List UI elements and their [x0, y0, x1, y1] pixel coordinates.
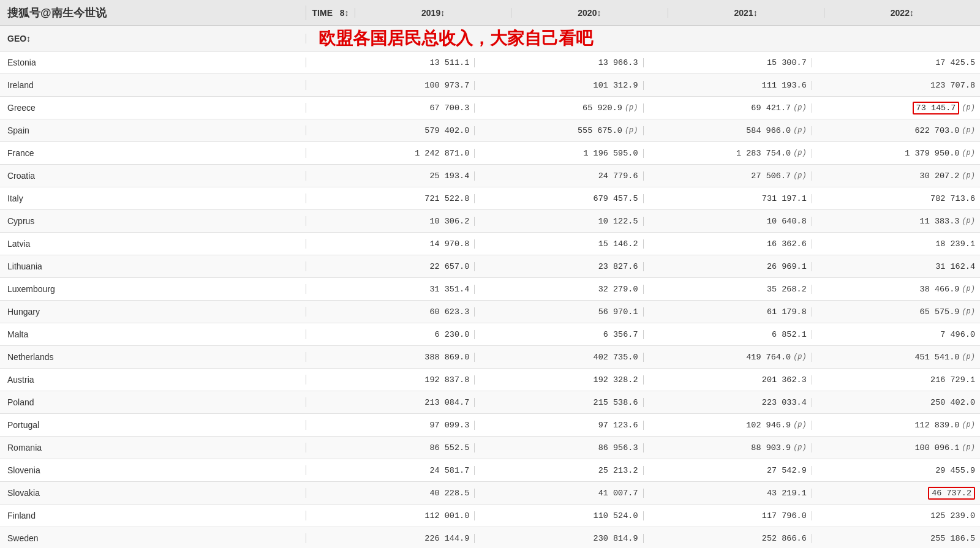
value-number: 14 970.8	[429, 239, 469, 249]
value-2022-estonia: 17 425.5	[812, 58, 980, 67]
value-2020-estonia: 13 966.3	[475, 58, 643, 67]
value-number: 10 306.2	[429, 217, 469, 226]
value-2022-slovakia: 46 737.2	[812, 487, 980, 500]
value-2022-netherlands: 451 541.0(p)	[812, 353, 980, 362]
geo-header[interactable]: GEO↕	[0, 34, 306, 43]
value-2020-romania: 86 956.3	[475, 443, 643, 452]
value-2022-cyprus: 11 383.3(p)	[812, 217, 980, 226]
country-cell: Estonia	[0, 58, 306, 67]
value-number: 23 827.6	[598, 262, 638, 271]
value-number: 32 279.0	[598, 285, 638, 294]
value-number: 250 402.0	[930, 398, 975, 407]
header-row: 搜狐号@南生今世说 TIME 8↕ 2019↕ 2020↕ 2021↕ 2022…	[0, 0, 980, 26]
value-number: 24 779.6	[598, 171, 638, 181]
value-number: 1 242 871.0	[415, 149, 469, 158]
value-number: 56 970.1	[598, 307, 638, 317]
value-number: 782 713.6	[930, 194, 975, 203]
value-number: 41 007.7	[598, 489, 638, 498]
value-number: 230 814.9	[594, 534, 638, 543]
value-number: 721 522.8	[424, 194, 469, 203]
value-2019-slovenia: 24 581.7	[306, 466, 475, 475]
value-2022-greece: 73 145.7(p)	[812, 102, 980, 114]
value-2022-luxembourg: 38 466.9(p)	[812, 285, 980, 294]
value-number: 60 623.3	[429, 307, 469, 317]
value-2021-lithuania: 26 969.1	[644, 262, 812, 271]
country-cell: Lithuania	[0, 261, 306, 271]
value-number: 35 268.2	[767, 285, 807, 294]
value-2020-italy: 679 457.5	[475, 194, 643, 203]
value-2020-france: 1 196 595.0	[475, 149, 643, 158]
value-number: 10 122.5	[598, 217, 638, 226]
value-number: 111 193.6	[762, 81, 807, 90]
country-cell: Austria	[0, 375, 306, 385]
value-2021-hungary: 61 179.8	[644, 307, 812, 317]
table-row: Greece67 700.365 920.9(p)69 421.7(p)73 1…	[0, 97, 980, 119]
value-2021-finland: 117 796.0	[644, 511, 812, 520]
value-2019-portugal: 97 099.3	[306, 421, 475, 430]
table-row: Austria192 837.8192 328.2201 362.3216 72…	[0, 369, 980, 391]
value-number: 65 920.9	[582, 103, 622, 113]
country-cell: Croatia	[0, 171, 306, 181]
value-2020-slovakia: 41 007.7	[475, 489, 643, 498]
value-number: 6 356.7	[603, 330, 638, 339]
country-cell: Spain	[0, 126, 306, 135]
value-number: 40 228.5	[429, 489, 469, 498]
provisional-tag: (p)	[793, 353, 807, 361]
country-cell: Netherlands	[0, 352, 306, 362]
value-number: 252 866.6	[762, 534, 807, 543]
country-cell: Italy	[0, 193, 306, 203]
value-2022-spain: 622 703.0(p)	[812, 126, 980, 135]
country-cell: Luxembourg	[0, 284, 306, 294]
provisional-tag: (p)	[793, 103, 807, 112]
value-2019-austria: 192 837.8	[306, 375, 475, 385]
value-number: 215 538.6	[594, 398, 638, 407]
value-2019-cyprus: 10 306.2	[306, 217, 475, 226]
col-2022-header[interactable]: 2022↕	[824, 8, 980, 18]
value-number: 31 351.4	[429, 285, 469, 294]
value-number: 255 186.5	[930, 534, 975, 543]
country-cell: Hungary	[0, 307, 306, 317]
value-2020-poland: 215 538.6	[475, 398, 643, 407]
value-number: 102 946.9	[746, 421, 791, 430]
value-number: 451 541.0	[914, 353, 959, 362]
main-container: 搜狐号@南生今世说 TIME 8↕ 2019↕ 2020↕ 2021↕ 2022…	[0, 0, 980, 548]
value-number: 192 328.2	[594, 375, 638, 385]
value-2020-spain: 555 675.0(p)	[475, 126, 643, 135]
country-cell: Finland	[0, 511, 306, 520]
value-2019-hungary: 60 623.3	[306, 307, 475, 317]
col-2021-header[interactable]: 2021↕	[668, 8, 824, 18]
value-2019-netherlands: 388 869.0	[306, 353, 475, 362]
value-2021-austria: 201 362.3	[644, 375, 812, 385]
table-row: Sweden226 144.9230 814.9252 866.6255 186…	[0, 527, 980, 548]
value-2021-sweden: 252 866.6	[644, 534, 812, 543]
value-number: 13 966.3	[598, 58, 638, 67]
col-2020-header[interactable]: 2020↕	[511, 8, 668, 18]
country-cell: Portugal	[0, 420, 306, 430]
provisional-tag: (p)	[962, 103, 975, 112]
value-number: 27 542.9	[767, 466, 807, 475]
value-2022-france: 1 379 950.0(p)	[812, 149, 980, 158]
value-2021-cyprus: 10 640.8	[644, 217, 812, 226]
title-row: GEO↕ 欧盟各国居民总收入，大家自己看吧	[0, 26, 980, 51]
value-2019-croatia: 25 193.4	[306, 171, 475, 181]
country-cell: France	[0, 148, 306, 158]
value-number: 1 283 754.0	[736, 149, 791, 158]
value-number: 65 575.9	[920, 307, 960, 317]
value-number: 419 764.0	[746, 353, 791, 362]
col-2019-header[interactable]: 2019↕	[355, 8, 511, 18]
time-header[interactable]: TIME 8↕	[306, 8, 355, 18]
value-2021-poland: 223 033.4	[644, 398, 812, 407]
value-2022-portugal: 112 839.0(p)	[812, 421, 980, 430]
value-number: 69 421.7	[751, 103, 791, 113]
value-2019-malta: 6 230.0	[306, 330, 475, 339]
value-number: 201 362.3	[762, 375, 807, 385]
value-number: 30 207.2	[920, 171, 960, 181]
value-number: 25 193.4	[429, 171, 469, 181]
value-2021-france: 1 283 754.0(p)	[644, 149, 812, 158]
value-number: 31 162.4	[935, 262, 975, 271]
value-2020-greece: 65 920.9(p)	[475, 103, 643, 113]
value-2022-sweden: 255 186.5	[812, 534, 980, 543]
value-number: 679 457.5	[594, 194, 638, 203]
table-row: Latvia14 970.815 146.216 362.618 239.1	[0, 233, 980, 255]
value-2022-hungary: 65 575.9(p)	[812, 307, 980, 317]
